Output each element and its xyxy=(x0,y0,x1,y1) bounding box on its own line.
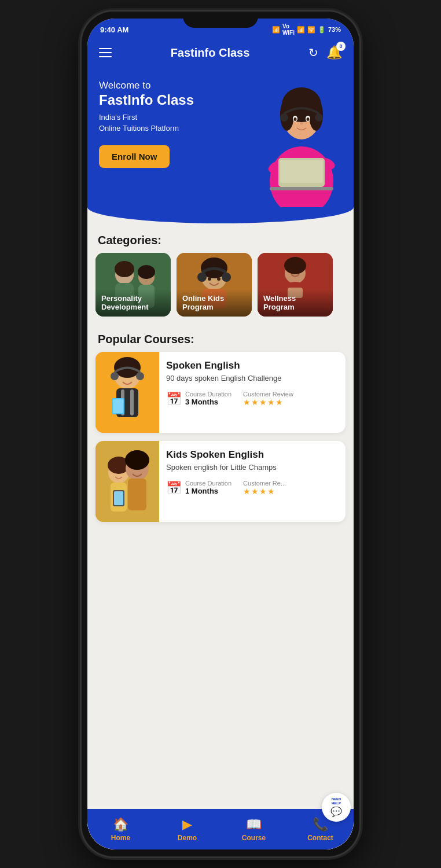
svg-rect-5 xyxy=(270,187,333,190)
hero-text: Welcome to FastInfo Class India's FirstO… xyxy=(99,80,233,168)
category-card-wellness[interactable]: WellnessProgram xyxy=(258,253,333,317)
course-card-spoken-english[interactable]: Spoken English 90 days spoken English Ch… xyxy=(95,352,346,433)
stars-2: ★★★★ xyxy=(243,487,286,496)
course-info-1: Spoken English 90 days spoken English Ch… xyxy=(159,352,346,433)
app-header: Fastinfo Class ↻ 🔔 0 xyxy=(87,39,354,68)
phone-notch xyxy=(183,12,258,28)
calendar-icon-1: 📅 xyxy=(166,392,182,407)
svg-point-57 xyxy=(125,450,149,470)
hamburger-menu[interactable] xyxy=(99,48,112,57)
duration-label-2: Course Duration xyxy=(185,480,231,487)
hero-wave xyxy=(87,207,354,223)
categories-row: PersonalityDevelopment xyxy=(87,253,354,322)
category-label-kids: Online KidsProgram xyxy=(182,294,246,312)
demo-label: Demo xyxy=(178,834,197,842)
bottom-nav: 🏠 Home ▶ Demo 📖 Course 📞 Contact xyxy=(87,809,354,849)
refresh-icon[interactable]: ↻ xyxy=(308,46,318,60)
course-duration-1: 📅 Course Duration 3 Months xyxy=(166,391,231,407)
course-thumb-2 xyxy=(95,441,159,522)
course-desc-1: 90 days spoken English Challenge xyxy=(166,374,339,384)
course-review-2: Customer Re... ★★★★ xyxy=(243,480,286,496)
battery-icon: 🔋 xyxy=(318,26,326,34)
course-meta-1: 📅 Course Duration 3 Months Customer Revi… xyxy=(166,391,339,407)
category-card-kids[interactable]: Online KidsProgram xyxy=(177,253,252,317)
svg-rect-59 xyxy=(128,479,146,510)
svg-rect-4 xyxy=(280,160,323,183)
contact-label: Contact xyxy=(307,834,333,842)
course-label: Course xyxy=(242,834,266,842)
course-meta-2: 📅 Course Duration 1 Months Customer Re..… xyxy=(166,480,339,496)
category-label-wellness: WellnessProgram xyxy=(263,294,327,312)
signal2-icon: 📶 xyxy=(297,26,305,34)
wifi2-icon: 🛜 xyxy=(307,26,315,34)
review-label-1: Customer Review xyxy=(243,391,293,398)
contact-icon: 📞 xyxy=(313,817,328,832)
category-overlay-wellness: WellnessProgram xyxy=(258,289,333,317)
app-title: Fastinfo Class xyxy=(171,46,250,60)
category-card-personality[interactable]: PersonalityDevelopment xyxy=(95,253,171,317)
duration-value-2: 1 Months xyxy=(185,487,231,495)
hero-tagline: India's FirstOnline Tuitions Platform xyxy=(99,112,233,133)
svg-rect-61 xyxy=(114,491,123,505)
svg-rect-50 xyxy=(130,389,134,415)
course-review-1: Customer Review ★★★★★ xyxy=(243,391,293,407)
category-overlay-kids: Online KidsProgram xyxy=(177,289,252,317)
nav-demo[interactable]: ▶ Demo xyxy=(170,817,205,842)
svg-rect-52 xyxy=(113,399,123,413)
svg-point-13 xyxy=(294,117,297,121)
status-time: 9:40 AM xyxy=(100,25,128,34)
demo-icon: ▶ xyxy=(182,817,192,832)
header-icons: ↻ 🔔 0 xyxy=(308,45,342,60)
wifi-icon: VoWiFi xyxy=(282,23,295,36)
need-help-badge[interactable]: NEEDHELP 💬 xyxy=(322,793,351,822)
hero-welcome: Welcome to xyxy=(99,80,233,91)
categories-title: Categories: xyxy=(87,223,354,253)
svg-point-47 xyxy=(136,372,144,380)
popular-courses-title: Popular Courses: xyxy=(87,322,354,352)
course-icon: 📖 xyxy=(246,817,262,832)
svg-rect-53 xyxy=(95,441,159,522)
enroll-button[interactable]: Enroll Now xyxy=(99,145,170,168)
nav-home[interactable]: 🏠 Home xyxy=(104,817,138,842)
category-label-personality: PersonalityDevelopment xyxy=(101,294,165,312)
home-label: Home xyxy=(111,834,130,842)
hero-brand: FastInfo Class xyxy=(99,93,233,108)
duration-label-1: Course Duration xyxy=(185,391,231,398)
hero-person-illustration xyxy=(244,68,354,207)
hero-banner: Welcome to FastInfo Class India's FirstO… xyxy=(87,68,354,207)
status-icons: 📶 VoWiFi 📶 🛜 🔋 73% xyxy=(272,23,341,36)
notification-badge: 0 xyxy=(336,42,346,51)
svg-point-17 xyxy=(315,113,323,122)
notification-bell[interactable]: 🔔 0 xyxy=(326,45,342,60)
phone-screen: 9:40 AM 📶 VoWiFi 📶 🛜 🔋 73% Fastinfo Clas… xyxy=(87,19,354,849)
duration-value-1: 3 Months xyxy=(185,398,231,406)
courses-section: Spoken English 90 days spoken English Ch… xyxy=(87,352,354,522)
signal-icon: 📶 xyxy=(272,26,280,34)
need-help-text: NEEDHELP 💬 xyxy=(330,797,342,817)
stars-1: ★★★★★ xyxy=(243,398,293,407)
course-desc-2: Spoken english for Little Champs xyxy=(166,463,339,473)
category-overlay-personality: PersonalityDevelopment xyxy=(95,289,171,317)
calendar-icon-2: 📅 xyxy=(166,481,182,496)
main-content: Welcome to FastInfo Class India's FirstO… xyxy=(87,68,354,849)
course-duration-2: 📅 Course Duration 1 Months xyxy=(166,480,231,496)
course-thumb-1 xyxy=(95,352,159,433)
course-name-1: Spoken English xyxy=(166,360,339,372)
phone-frame: 9:40 AM 📶 VoWiFi 📶 🛜 🔋 73% Fastinfo Clas… xyxy=(82,12,359,856)
course-card-kids-english[interactable]: Kids Spoken English Spoken english for L… xyxy=(95,441,346,522)
course-name-2: Kids Spoken English xyxy=(166,449,339,461)
svg-point-15 xyxy=(300,122,303,124)
svg-point-14 xyxy=(307,117,310,121)
svg-point-46 xyxy=(111,372,119,380)
home-icon: 🏠 xyxy=(113,817,128,832)
nav-course[interactable]: 📖 Course xyxy=(237,817,271,842)
review-label-2: Customer Re... xyxy=(243,480,286,487)
svg-point-16 xyxy=(280,113,288,122)
battery-percent: 73% xyxy=(328,26,341,33)
course-info-2: Kids Spoken English Spoken english for L… xyxy=(159,441,346,522)
